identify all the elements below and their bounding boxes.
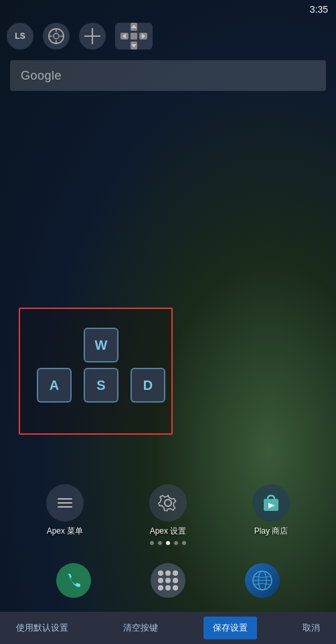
dot-5 [182, 541, 186, 545]
ls-label: LS [15, 31, 25, 41]
apex-menu-icon [46, 484, 84, 522]
page-dots [0, 541, 336, 545]
apps-button[interactable] [151, 563, 185, 598]
ls-button[interactable]: LS [7, 23, 33, 49]
key-w[interactable]: W [84, 328, 118, 362]
dot-4 [174, 541, 178, 545]
search-bar[interactable]: Google [10, 60, 326, 91]
use-default-button[interactable]: 使用默认设置 [7, 617, 78, 639]
svg-point-1 [54, 33, 59, 39]
play-triangle-icon [260, 492, 282, 514]
apex-settings-label: Apex 设置 [150, 526, 187, 537]
dock-item-play-store[interactable]: Play 商店 [252, 484, 290, 537]
key-a[interactable]: A [37, 368, 72, 403]
phone-icon-button[interactable] [56, 563, 91, 598]
dock-icons: Apex 菜单 Apex 设置 Play 商店 [0, 484, 336, 537]
wasd-container: W A S D [19, 308, 173, 435]
dot-3-active [166, 541, 170, 545]
top-toolbar: LS [0, 19, 336, 53]
clear-keys-button[interactable]: 清空按键 [114, 617, 167, 639]
play-store-label: Play 商店 [254, 526, 288, 537]
dpad-icon [119, 21, 149, 51]
dot-1 [150, 541, 154, 545]
bottom-dock [0, 550, 336, 611]
svg-rect-16 [131, 33, 137, 39]
apex-menu-label: Apex 菜单 [47, 526, 84, 537]
apps-grid-icon [158, 570, 178, 591]
dot-2 [158, 541, 162, 545]
hamburger-icon [58, 498, 72, 508]
play-store-icon [252, 484, 290, 522]
target-icon-button[interactable] [43, 23, 70, 49]
cancel-button[interactable]: 取消 [293, 617, 329, 639]
search-placeholder: Google [21, 69, 62, 83]
globe-button[interactable] [245, 563, 280, 598]
globe-icon [251, 569, 274, 592]
apex-settings-icon [149, 484, 187, 522]
move-icon [83, 27, 102, 45]
key-d[interactable]: D [131, 368, 165, 403]
key-s[interactable]: S [84, 368, 118, 403]
dpad-icon-button[interactable] [115, 23, 153, 49]
move-icon-button[interactable] [79, 23, 106, 49]
phone-icon [65, 572, 82, 589]
action-bar: 使用默认设置 清空按键 保存设置 取消 [0, 612, 336, 644]
svg-point-17 [165, 500, 171, 506]
status-bar: 3:35 [0, 0, 336, 19]
dock-item-apex-settings[interactable]: Apex 设置 [149, 484, 187, 537]
save-settings-button[interactable]: 保存设置 [203, 617, 257, 639]
crosshair-icon [47, 27, 66, 45]
gear-icon [158, 493, 178, 513]
dock-item-apex-menu[interactable]: Apex 菜单 [46, 484, 84, 537]
status-time: 3:35 [310, 4, 328, 15]
